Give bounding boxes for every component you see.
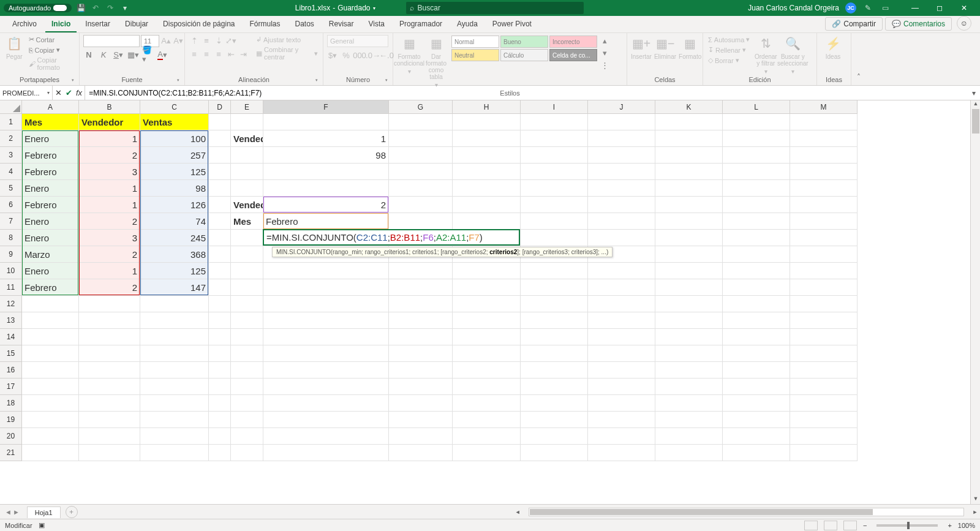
- row-header-4[interactable]: 4: [0, 164, 22, 180]
- cell[interactable]: [521, 230, 588, 246]
- cell[interactable]: Vendedor: [231, 130, 263, 147]
- cell[interactable]: [655, 362, 723, 378]
- cell[interactable]: [263, 279, 389, 296]
- cell[interactable]: 3: [79, 164, 140, 180]
- cell[interactable]: [655, 428, 723, 445]
- cell[interactable]: Febrero: [263, 213, 389, 230]
- row-header-10[interactable]: 10: [0, 263, 22, 279]
- align-top-icon[interactable]: ⇡: [189, 35, 200, 46]
- cell[interactable]: 125: [140, 164, 209, 180]
- cell[interactable]: [389, 180, 453, 197]
- cell[interactable]: [79, 312, 140, 329]
- cell[interactable]: [655, 445, 723, 461]
- cell[interactable]: [588, 312, 655, 329]
- cell[interactable]: [263, 114, 389, 130]
- format-cells-button[interactable]: ▦Formato: [679, 35, 701, 60]
- cell[interactable]: [588, 395, 655, 412]
- cell[interactable]: [389, 164, 453, 180]
- cell[interactable]: Marzo: [22, 246, 79, 263]
- cell[interactable]: [521, 180, 588, 197]
- styles-scroll-down-icon[interactable]: ▾: [599, 47, 610, 58]
- cell[interactable]: [453, 130, 521, 147]
- cell[interactable]: [389, 114, 453, 130]
- cell[interactable]: [231, 279, 263, 296]
- cell[interactable]: [209, 230, 231, 246]
- cell[interactable]: [140, 428, 209, 445]
- cell[interactable]: Enero: [22, 230, 79, 246]
- cell[interactable]: [209, 428, 231, 445]
- cell[interactable]: [140, 296, 209, 312]
- cell[interactable]: [389, 130, 453, 147]
- conditional-format-button[interactable]: ▦Formato condicional▾: [397, 35, 421, 75]
- format-table-button[interactable]: ▦Dar formato como tabla▾: [424, 35, 448, 88]
- decrease-indent-icon[interactable]: ⇤: [225, 48, 236, 59]
- cell[interactable]: [723, 345, 790, 362]
- copy-button[interactable]: ⎘Copiar ▾: [28, 45, 75, 55]
- cell[interactable]: [263, 428, 389, 445]
- collapse-ribbon-button[interactable]: ˄: [851, 33, 866, 85]
- cell[interactable]: [723, 395, 790, 412]
- cell[interactable]: [209, 296, 231, 312]
- cell[interactable]: [79, 428, 140, 445]
- cell[interactable]: [453, 114, 521, 130]
- cell[interactable]: Febrero: [22, 164, 79, 180]
- cell[interactable]: [521, 445, 588, 461]
- cell[interactable]: [231, 296, 263, 312]
- cell[interactable]: [140, 395, 209, 412]
- cell[interactable]: [588, 428, 655, 445]
- cell[interactable]: [453, 412, 521, 428]
- cell[interactable]: [790, 147, 858, 164]
- cell[interactable]: [453, 279, 521, 296]
- cell[interactable]: [140, 329, 209, 345]
- cell[interactable]: [231, 412, 263, 428]
- increase-indent-icon[interactable]: ⇥: [238, 48, 249, 59]
- wrap-text-button[interactable]: ↲ Ajustar texto: [255, 35, 319, 44]
- sort-filter-button[interactable]: ⇅Ordenar y filtrar▾: [753, 35, 778, 75]
- col-header-K[interactable]: K: [655, 100, 723, 114]
- cell[interactable]: [655, 279, 723, 296]
- cell[interactable]: [521, 329, 588, 345]
- col-header-D[interactable]: D: [209, 100, 231, 114]
- cell[interactable]: [588, 296, 655, 312]
- row-header-12[interactable]: 12: [0, 296, 22, 312]
- cell[interactable]: [790, 263, 858, 279]
- cell[interactable]: [140, 345, 209, 362]
- cell[interactable]: [389, 362, 453, 378]
- cell[interactable]: [231, 180, 263, 197]
- cell[interactable]: Vendedor: [79, 114, 140, 130]
- cell[interactable]: [723, 164, 790, 180]
- font-name-combo[interactable]: [83, 35, 140, 47]
- cell[interactable]: Mes: [22, 114, 79, 130]
- cell[interactable]: [723, 263, 790, 279]
- tab-programador[interactable]: Programador: [393, 16, 448, 32]
- cell[interactable]: [263, 180, 389, 197]
- cell[interactable]: [655, 329, 723, 345]
- cell[interactable]: 98: [140, 180, 209, 197]
- cells-area[interactable]: MesVendedorVentasEnero1100Vendedor1Febre…: [22, 114, 858, 461]
- cancel-formula-icon[interactable]: ✕: [55, 88, 62, 97]
- redo-icon[interactable]: ↷: [105, 2, 116, 13]
- cell[interactable]: [723, 180, 790, 197]
- underline-icon[interactable]: S▾: [113, 49, 124, 60]
- cell[interactable]: [655, 180, 723, 197]
- align-left-icon[interactable]: ≡: [189, 48, 200, 59]
- cell[interactable]: [521, 428, 588, 445]
- select-all-corner[interactable]: [0, 100, 22, 114]
- cell[interactable]: [389, 412, 453, 428]
- cell[interactable]: 1: [79, 130, 140, 147]
- cell[interactable]: [655, 197, 723, 213]
- cell[interactable]: 1: [79, 180, 140, 197]
- cell[interactable]: [655, 130, 723, 147]
- cell[interactable]: [588, 345, 655, 362]
- cell[interactable]: [790, 428, 858, 445]
- merge-center-button[interactable]: ▦ Combinar y centrar ▾: [255, 45, 319, 61]
- cell[interactable]: [790, 395, 858, 412]
- cell[interactable]: [22, 428, 79, 445]
- minimize-button[interactable]: —: [903, 0, 927, 16]
- align-center-icon[interactable]: ≡: [201, 48, 212, 59]
- cell[interactable]: [453, 197, 521, 213]
- format-painter-button[interactable]: 🖌Copiar formato: [28, 56, 75, 72]
- cell[interactable]: [453, 345, 521, 362]
- cell[interactable]: Enero: [22, 213, 79, 230]
- row-header-6[interactable]: 6: [0, 197, 22, 213]
